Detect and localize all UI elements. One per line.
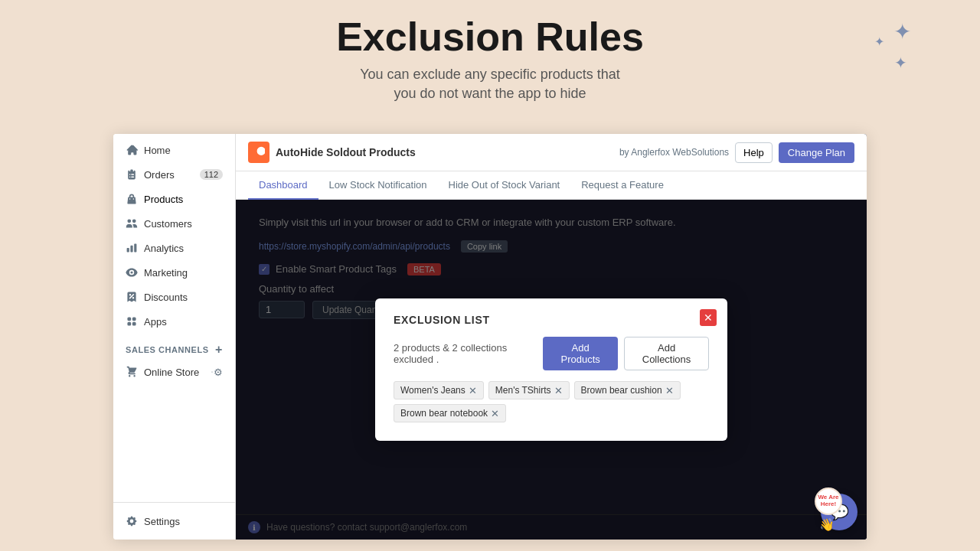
- help-button[interactable]: Help: [735, 142, 773, 163]
- settings-icon: [126, 515, 138, 527]
- remove-mens-tshirts-button[interactable]: ✕: [554, 386, 563, 396]
- chat-badge: We Are Here!: [815, 487, 842, 515]
- add-collections-button[interactable]: Add Collections: [624, 337, 709, 370]
- remove-brown-bear-notebook-button[interactable]: ✕: [491, 409, 499, 419]
- add-products-button[interactable]: Add Products: [543, 337, 618, 370]
- sidebar-item-orders[interactable]: Orders 112: [113, 162, 235, 187]
- online-store-label: Online Store: [144, 367, 199, 378]
- app-header: AutoHide Soldout Products by Anglerfox W…: [236, 134, 867, 171]
- modal-close-button[interactable]: ✕: [700, 309, 717, 326]
- page-title: Exclusion Rules: [0, 15, 980, 59]
- sidebar-item-label-marketing: Marketing: [144, 267, 188, 279]
- sidebar-item-apps[interactable]: Apps: [113, 309, 235, 334]
- modal-info-row: 2 products & 2 collections excluded . Ad…: [394, 337, 709, 370]
- page-header: Exclusion Rules You can exclude any spec…: [0, 0, 980, 116]
- modal-overlay: EXCLUSION LIST ✕ 2 products & 2 collecti…: [236, 200, 867, 540]
- tag-womens-jeans: Women's Jeans ✕: [394, 381, 484, 399]
- change-plan-button[interactable]: Change Plan: [779, 142, 854, 163]
- app-name: AutoHide Soldout Products: [276, 146, 416, 158]
- tag-brown-bear-notebook: Brown bear notebook ✕: [394, 404, 506, 422]
- exclusion-list-modal: EXCLUSION LIST ✕ 2 products & 2 collecti…: [375, 298, 727, 441]
- tag-brown-bear-cushion: Brown bear cushion ✕: [574, 381, 681, 399]
- nav-tabs: Dashboard Low Stock Notification Hide Ou…: [236, 171, 867, 200]
- chat-widget[interactable]: We Are Here! 💬 👋: [821, 494, 858, 530]
- tag-mens-tshirts: Men's TShirts ✕: [488, 381, 570, 399]
- exclusion-count: 2 products & 2 collections excluded .: [394, 342, 543, 365]
- tab-request-feature[interactable]: Request a Feature: [570, 171, 675, 200]
- chat-emoji: 👋: [819, 517, 835, 532]
- tab-dashboard[interactable]: Dashboard: [248, 171, 318, 200]
- store-icon: [126, 366, 138, 378]
- marketing-icon: [126, 266, 138, 279]
- remove-womens-jeans-button[interactable]: ✕: [469, 386, 477, 396]
- discounts-icon: [126, 291, 138, 303]
- analytics-icon: [126, 242, 138, 254]
- sidebar-item-discounts[interactable]: Discounts: [113, 285, 235, 309]
- svg-point-0: [211, 371, 212, 372]
- customers-icon: [126, 217, 138, 230]
- sidebar-item-settings[interactable]: Settings: [113, 509, 235, 533]
- orders-badge: 112: [200, 169, 223, 180]
- modal-actions: Add Products Add Collections: [543, 337, 709, 370]
- orders-icon: [126, 168, 138, 181]
- products-icon: [126, 193, 138, 205]
- tab-low-stock[interactable]: Low Stock Notification: [318, 171, 438, 200]
- sidebar-item-label-orders: Orders: [144, 169, 175, 181]
- sidebar-item-customers[interactable]: Customers: [113, 211, 235, 236]
- sidebar-item-analytics[interactable]: Analytics: [113, 236, 235, 260]
- home-icon: [126, 144, 138, 156]
- sidebar-item-label-discounts: Discounts: [144, 292, 188, 303]
- main-area: AutoHide Soldout Products by Anglerfox W…: [236, 134, 867, 540]
- browser-window: Home Orders 112 Products: [113, 134, 867, 540]
- sidebar-item-home[interactable]: Home: [113, 138, 235, 162]
- sidebar-item-online-store[interactable]: Online Store ⚙: [113, 360, 235, 384]
- sidebar-item-label-home: Home: [144, 145, 171, 156]
- add-channel-icon[interactable]: +: [215, 343, 223, 357]
- sidebar-item-label-products: Products: [144, 194, 183, 205]
- modal-title: EXCLUSION LIST: [394, 314, 709, 326]
- by-text: by Anglerfox WebSolutions: [619, 147, 729, 158]
- sidebar-footer: Settings: [113, 502, 235, 540]
- sidebar-item-label-apps: Apps: [144, 316, 167, 328]
- sidebar-item-marketing[interactable]: Marketing: [113, 260, 235, 285]
- remove-brown-bear-cushion-button[interactable]: ✕: [665, 386, 674, 396]
- page-subtitle: You can exclude any specific products th…: [0, 65, 980, 103]
- apps-icon: [126, 315, 138, 328]
- app-layout: Home Orders 112 Products: [113, 134, 867, 540]
- app-logo-icon: [248, 142, 270, 163]
- sidebar: Home Orders 112 Products: [113, 134, 236, 540]
- app-header-right: by Anglerfox WebSolutions Help Change Pl…: [619, 142, 854, 163]
- sparkle-icon-3: ✦: [894, 54, 907, 72]
- sidebar-item-products[interactable]: Products: [113, 187, 235, 211]
- sales-channels-section: SALES CHANNELS +: [113, 334, 235, 360]
- dark-content-area: Simply visit this url in your browser or…: [236, 200, 867, 540]
- sparkle-icon-1: ✦: [893, 19, 911, 44]
- modal-tags: Women's Jeans ✕ Men's TShirts ✕ Brown be…: [394, 381, 709, 422]
- settings-label: Settings: [144, 516, 180, 527]
- sparkle-icon-2: ✦: [874, 34, 884, 49]
- tab-hide-variant[interactable]: Hide Out of Stock Variant: [438, 171, 571, 200]
- app-logo-area: AutoHide Soldout Products: [248, 142, 416, 163]
- sidebar-item-label-customers: Customers: [144, 218, 192, 230]
- sidebar-item-label-analytics: Analytics: [144, 243, 184, 254]
- store-settings-icon[interactable]: ⚙: [211, 366, 223, 378]
